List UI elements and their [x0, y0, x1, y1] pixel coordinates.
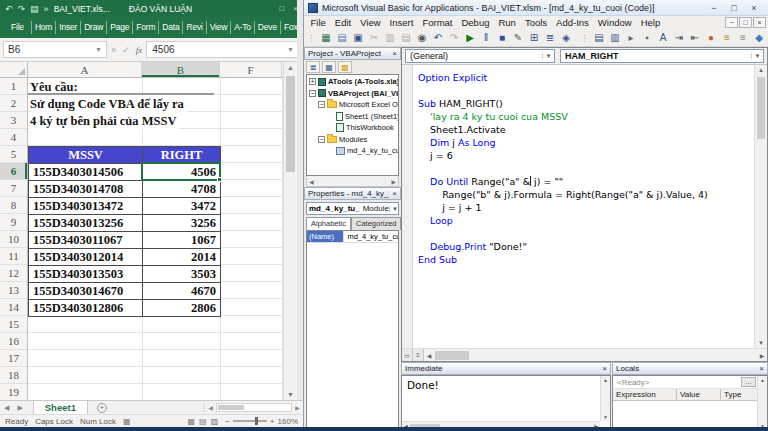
chevron-down-icon[interactable]: ▼ [751, 53, 763, 59]
scroll-up-icon[interactable]: ▲ [284, 64, 297, 71]
chevron-down-icon[interactable]: ▼ [389, 206, 399, 212]
ribbon-tab-file[interactable]: File [4, 21, 31, 34]
call-stack-button[interactable]: ... [741, 377, 756, 387]
menu-window[interactable]: Window [593, 17, 636, 28]
menu-tools[interactable]: Tools [520, 17, 551, 28]
project-horizontal-scrollbar[interactable]: ◀ ▶ [306, 176, 399, 187]
more-icon[interactable]: » [44, 4, 49, 14]
table-cell[interactable]: 1067 [143, 232, 221, 249]
code-text[interactable]: Option Explicit Sub HAM_RIGHT() 'lay ra … [413, 65, 754, 348]
break-icon[interactable]: ‖ [478, 30, 494, 45]
quick-info-icon[interactable]: ▸ [623, 30, 639, 45]
normal-view-icon[interactable]: ▦ [188, 417, 196, 426]
close-icon[interactable]: × [599, 364, 607, 373]
scroll-right-icon[interactable]: ▶ [391, 178, 396, 185]
child-minimize-icon[interactable]: − [725, 17, 738, 28]
table-cell[interactable]: 155D3403013256 [29, 215, 143, 232]
child-close-icon[interactable]: × [753, 17, 766, 28]
list-properties-icon[interactable]: ▤ [591, 30, 607, 45]
add-sheet-icon[interactable]: + [97, 403, 107, 413]
menu-format[interactable]: Format [418, 17, 457, 28]
cells-area[interactable]: Yêu cầu: Sử dụng Code VBA để lấy ra 4 ký… [28, 78, 283, 400]
zoom-level[interactable]: 160% [278, 417, 298, 426]
chevron-down-icon[interactable]: ▼ [542, 53, 554, 59]
sheet-grid[interactable]: 12345678910111213141516171819 Yêu cầu: S… [0, 78, 283, 400]
redo-icon[interactable]: ↷ [18, 4, 26, 14]
undo-icon[interactable]: ↶ [5, 4, 13, 14]
object-selector-dropdown[interactable]: md_4_ky_tu_ Module ▼ [306, 202, 399, 215]
tree-item-vbaproject-bai-viet[interactable]: −VBAProject (BAI_VIET. [307, 88, 398, 100]
full-module-view-button[interactable]: ≡ [413, 349, 424, 361]
outdent-icon[interactable]: ⇤ [687, 30, 703, 45]
row-header-14[interactable]: 14 [0, 299, 27, 316]
ribbon-tab-view[interactable]: View [206, 21, 230, 34]
formula-input[interactable]: 4506 ▼ [146, 41, 300, 58]
ribbon-tab-deve[interactable]: Deve [254, 21, 280, 34]
complete-word-icon[interactable]: A [655, 30, 671, 45]
ribbon-tab-hom[interactable]: Hom [31, 21, 55, 34]
scroll-left-icon[interactable]: ◀ [309, 178, 314, 185]
tab-alphabetic[interactable]: Alphabetic [306, 217, 351, 230]
close-icon[interactable]: × [389, 49, 397, 58]
horizontal-scrollbar[interactable]: ◀ ▶ [205, 401, 303, 414]
next-sheet-icon[interactable]: ▶ [13, 404, 26, 412]
procedure-view-button[interactable]: ▭ [402, 349, 413, 361]
project-tree[interactable]: +ATools (A-Tools.xla)−VBAProject (BAI_VI… [306, 74, 399, 176]
vertical-scrollbar[interactable]: ▲ ▼ [283, 62, 297, 400]
scroll-right-icon[interactable]: ▶ [292, 404, 303, 411]
scroll-thumb[interactable] [286, 76, 295, 172]
property-row[interactable]: (Name)md_4_ky_tu_cuoi [307, 231, 398, 243]
scroll-right-icon[interactable]: ▶ [757, 352, 767, 359]
locals-column-value[interactable]: Value [677, 389, 721, 400]
project-explorer-icon[interactable]: ⊞ [526, 30, 542, 45]
row-header-7[interactable]: 7 [0, 180, 27, 197]
page-break-view-icon[interactable]: ▨ [211, 417, 219, 426]
object-browser-icon[interactable]: ◈ [558, 30, 574, 45]
collapse-toggle-icon[interactable]: − [318, 136, 325, 143]
locals-column-type[interactable]: Type [721, 389, 757, 400]
zoom-slider-thumb[interactable] [255, 417, 258, 425]
scroll-left-icon[interactable]: ◀ [424, 352, 434, 359]
scroll-up-icon[interactable]: ▲ [755, 67, 767, 73]
table-cell[interactable]: 155D3403014670 [29, 283, 143, 300]
ribbon-tab-data[interactable]: Data [158, 21, 182, 34]
immediate-body[interactable]: Done! ▲ ▼ ◀ ▶ [401, 375, 611, 431]
chevron-down-icon[interactable]: ▼ [95, 46, 102, 53]
toggle-bookmark-icon[interactable]: ◆ [751, 30, 767, 45]
immediate-vertical-scrollbar[interactable]: ▲ ▼ [600, 376, 610, 421]
comment-block-icon[interactable]: ≡ [719, 30, 735, 45]
cancel-icon[interactable]: × [111, 45, 116, 55]
table-cell[interactable]: 155D3403013472 [29, 198, 143, 215]
row-header-9[interactable]: 9 [0, 214, 27, 231]
redo-icon[interactable]: ↷ [446, 30, 462, 45]
table-cell[interactable]: 3256 [143, 215, 221, 232]
menu-view[interactable]: View [356, 17, 385, 28]
select-all-corner[interactable] [0, 62, 28, 77]
cut-icon[interactable]: ✂ [366, 30, 382, 45]
clipboard-icon[interactable]: ▤ [30, 4, 39, 14]
table-cell[interactable]: 155D3403014506 [29, 164, 143, 181]
zoom-slider[interactable] [233, 420, 267, 422]
column-header-b[interactable]: B [142, 62, 220, 77]
properties-window-icon[interactable]: ≣ [542, 30, 558, 45]
tree-item-atools-a-tools-xla[interactable]: +ATools (A-Tools.xla) [307, 76, 398, 88]
table-cell[interactable]: 4708 [143, 181, 221, 198]
row-header-15[interactable]: 15 [0, 316, 27, 333]
ribbon-tab-page[interactable]: Page [106, 21, 132, 34]
ribbon-tab-form[interactable]: Form [132, 21, 158, 34]
row-header-19[interactable]: 19 [0, 384, 27, 400]
table-cell[interactable]: 155D3403011067 [29, 232, 143, 249]
enter-icon[interactable]: ✓ [122, 45, 130, 55]
zoom-out-icon[interactable]: − [225, 417, 230, 426]
zoom-in-icon[interactable]: + [270, 417, 275, 426]
row-header-18[interactable]: 18 [0, 367, 27, 384]
find-icon[interactable]: ◉ [414, 30, 430, 45]
scroll-track[interactable] [216, 403, 292, 412]
menu-run[interactable]: Run [494, 17, 520, 28]
row-header-17[interactable]: 17 [0, 350, 27, 367]
run-icon[interactable]: ▶ [462, 30, 478, 45]
menu-file[interactable]: File [306, 17, 330, 28]
table-cell[interactable]: 2806 [143, 300, 221, 317]
menu-insert[interactable]: Insert [385, 17, 418, 28]
reset-icon[interactable]: ■ [494, 30, 510, 45]
